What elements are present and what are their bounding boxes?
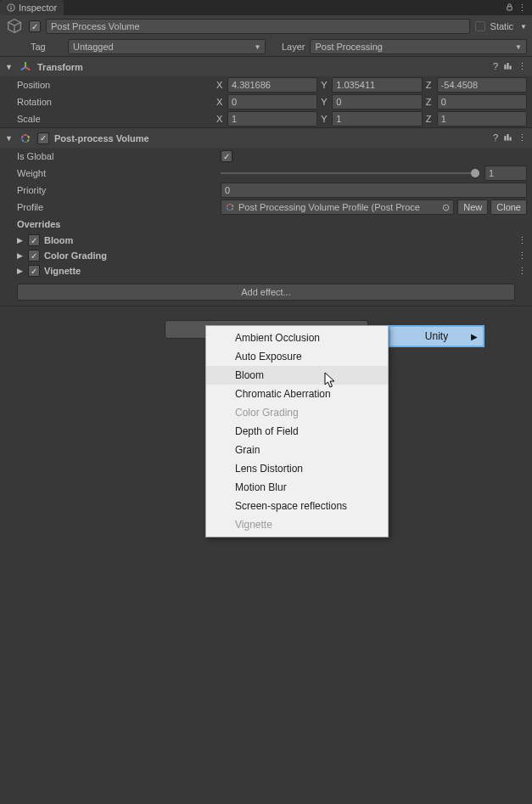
layer-value: Post Processing	[315, 42, 382, 52]
help-icon[interactable]: ?	[493, 61, 498, 72]
ppv-title: Post-process Volume	[54, 133, 488, 143]
kebab-icon[interactable]: ⋮	[518, 266, 527, 277]
chevron-down-icon: ▼	[515, 43, 522, 51]
rotation-x-input[interactable]: 0	[227, 94, 317, 110]
priority-label: Priority	[17, 185, 221, 195]
layer-dropdown[interactable]: Post Processing ▼	[310, 39, 527, 54]
priority-input[interactable]: 0	[221, 183, 527, 198]
rotation-z-input[interactable]: 0	[437, 94, 527, 110]
transform-header[interactable]: ▼ Transform ? ⋮	[0, 56, 532, 76]
tag-layer-row: Tag Untagged ▼ Layer Post Processing ▼	[0, 37, 532, 56]
svg-point-11	[22, 139, 24, 141]
override-item[interactable]: ▶✓Color Grading⋮	[0, 248, 532, 263]
position-row: Position X4.381686 Y1.035411 Z-54.4508	[0, 76, 532, 93]
inspector-tab[interactable]: Inspector	[0, 0, 64, 15]
context-menu-item[interactable]: Grain	[206, 441, 388, 459]
effects-context-menu: Ambient OcclusionAuto ExposureBloomChrom…	[205, 325, 389, 537]
foldout-icon: ▶	[17, 267, 24, 275]
scale-z-input[interactable]: 1	[437, 111, 527, 127]
static-label: Static	[490, 21, 514, 31]
gameobject-icon[interactable]	[5, 17, 24, 36]
axis-z-label: Z	[426, 97, 434, 107]
context-menu-item[interactable]: Screen-space reflections	[206, 497, 388, 515]
svg-point-9	[27, 136, 29, 138]
scale-label: Scale	[17, 114, 216, 124]
overrides-label: Overrides	[0, 216, 532, 233]
svg-point-10	[27, 139, 29, 141]
profile-clone-button[interactable]: Clone	[490, 200, 527, 215]
override-name: Color Grading	[44, 250, 513, 261]
add-effect-button[interactable]: Add effect...	[17, 284, 515, 301]
is-global-checkbox[interactable]: ✓	[221, 150, 232, 162]
weight-slider[interactable]	[221, 172, 479, 174]
svg-rect-13	[504, 136, 506, 141]
context-menu-item[interactable]: Motion Blur	[206, 478, 388, 497]
info-icon	[7, 3, 15, 12]
context-menu-item[interactable]: Ambient Occlusion	[206, 329, 388, 347]
override-enabled-checkbox[interactable]: ✓	[28, 265, 40, 277]
svg-point-18	[232, 205, 233, 207]
context-menu-item[interactable]: Chromatic Aberration	[206, 385, 388, 403]
rotation-y-input[interactable]: 0	[332, 94, 422, 110]
position-z-input[interactable]: -54.4508	[437, 77, 527, 93]
tag-label: Tag	[5, 42, 63, 52]
svg-rect-15	[510, 138, 512, 141]
kebab-icon[interactable]: ⋮	[518, 132, 527, 143]
profile-row: Profile Post Processing Volume Profile (…	[0, 199, 532, 216]
chevron-right-icon: ▶	[471, 332, 478, 341]
gameobject-enabled-checkbox[interactable]: ✓	[29, 20, 41, 32]
context-menu-item[interactable]: Auto Exposure	[206, 347, 388, 366]
svg-rect-4	[504, 65, 506, 70]
override-name: Vignette	[44, 266, 513, 276]
preset-icon[interactable]	[503, 61, 512, 72]
position-x-input[interactable]: 4.381686	[227, 77, 317, 93]
axis-x-label: X	[216, 114, 225, 124]
static-dropdown-icon[interactable]: ▼	[520, 23, 527, 31]
override-enabled-checkbox[interactable]: ✓	[28, 250, 40, 261]
axis-y-label: Y	[321, 97, 329, 107]
kebab-icon[interactable]: ⋮	[518, 235, 527, 246]
tag-dropdown[interactable]: Untagged ▼	[68, 39, 266, 54]
tab-bar: Inspector ⋮	[0, 0, 532, 15]
profile-label: Profile	[17, 202, 221, 212]
position-y-input[interactable]: 1.035411	[332, 77, 422, 93]
foldout-icon: ▶	[17, 251, 24, 260]
svg-rect-3	[507, 6, 512, 9]
weight-label: Weight	[17, 168, 221, 178]
help-icon[interactable]: ?	[493, 132, 498, 143]
override-item[interactable]: ▶✓Vignette⋮	[0, 263, 532, 278]
scale-x-input[interactable]: 1	[227, 111, 317, 127]
context-menu-item[interactable]: Bloom	[206, 366, 388, 385]
profile-field[interactable]: Post Processing Volume Profile (Post Pro…	[221, 200, 454, 215]
weight-input[interactable]: 1	[484, 166, 527, 181]
is-global-row: Is Global ✓	[0, 148, 532, 165]
foldout-icon: ▼	[5, 63, 14, 71]
rotation-label: Rotation	[17, 97, 216, 107]
override-enabled-checkbox[interactable]: ✓	[28, 234, 40, 246]
object-picker-icon[interactable]: ⊙	[442, 202, 450, 213]
override-item[interactable]: ▶✓Bloom⋮	[0, 233, 532, 248]
context-menu-item[interactable]: Lens Distortion	[206, 459, 388, 478]
svg-point-1	[10, 6, 11, 7]
panel-menu-icon[interactable]: ⋮	[518, 3, 527, 14]
axis-x-label: X	[216, 97, 225, 107]
scale-row: Scale X1 Y1 Z1	[0, 110, 532, 127]
scale-y-input[interactable]: 1	[332, 111, 422, 127]
svg-point-12	[21, 136, 23, 138]
profile-new-button[interactable]: New	[457, 200, 488, 215]
ppv-enabled-checkbox[interactable]: ✓	[37, 132, 49, 144]
lock-icon[interactable]	[505, 3, 514, 14]
kebab-icon[interactable]: ⋮	[518, 250, 527, 261]
kebab-icon[interactable]: ⋮	[518, 61, 527, 72]
rotation-row: Rotation X0 Y0 Z0	[0, 93, 532, 110]
position-label: Position	[17, 80, 216, 90]
gameobject-name-input[interactable]: Post Process Volume	[46, 19, 470, 34]
preset-icon[interactable]	[503, 132, 512, 143]
slider-thumb[interactable]	[471, 169, 479, 177]
context-menu-item[interactable]: Depth of Field	[206, 422, 388, 441]
static-checkbox[interactable]	[475, 21, 485, 31]
profile-value: Post Processing Volume Profile (Post Pro…	[238, 202, 420, 212]
ppv-header[interactable]: ▼ ✓ Post-process Volume ? ⋮	[0, 127, 532, 148]
override-name: Bloom	[44, 235, 513, 245]
submenu-item-unity[interactable]: Unity ▶	[390, 327, 483, 346]
